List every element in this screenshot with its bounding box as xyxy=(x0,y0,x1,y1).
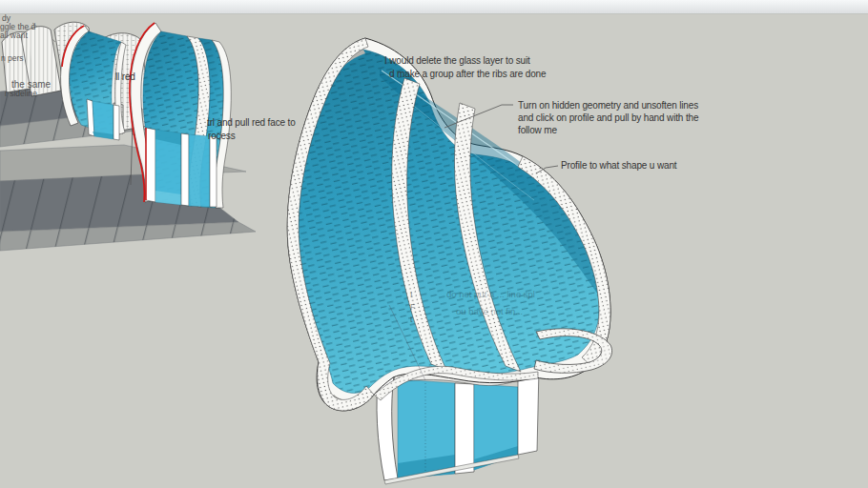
note-profile: Profile to what shape u want xyxy=(561,160,677,171)
glass-post xyxy=(181,133,189,206)
svg-text:n pers: n pers xyxy=(1,53,24,63)
svg-text:I: I xyxy=(410,290,412,299)
note-pull-red: ll red xyxy=(115,71,135,82)
svg-text:all want: all want xyxy=(0,30,28,40)
svg-text:r sideline: r sideline xyxy=(5,89,37,98)
note-hidden-geometry-1: Turn on hidden geometry and unsoften lin… xyxy=(518,100,698,111)
note-hidden-geometry-2: and click on profile and pull by hand wi… xyxy=(518,112,699,123)
model-small-fin xyxy=(61,26,126,140)
note-delete-glass-2: d make a group after the ribs are done xyxy=(389,69,547,79)
wall-mid-post xyxy=(455,383,474,474)
glass-panel xyxy=(189,134,210,207)
glass-post xyxy=(210,136,217,207)
svg-text:F: F xyxy=(410,302,415,312)
faint-note-2: ou have not fin... xyxy=(456,306,523,316)
sky-band xyxy=(0,0,868,13)
note-hidden-geometry-3: follow me xyxy=(518,125,557,135)
model-medium-fin xyxy=(130,23,231,208)
note-ctrl-pull-2: rocess xyxy=(208,131,236,141)
glass-post xyxy=(146,128,155,202)
model-scene: I would delete the glass layer to suit d… xyxy=(0,0,868,488)
note-delete-glass-1: I would delete the glass layer to suit xyxy=(384,55,530,66)
glass-post xyxy=(114,105,119,140)
sketchup-viewport[interactable]: I would delete the glass layer to suit d… xyxy=(0,0,868,488)
note-ctrl-pull-1: trl and pull red face to xyxy=(207,117,296,128)
faint-note-1: do not put a ... line spl xyxy=(446,289,535,299)
